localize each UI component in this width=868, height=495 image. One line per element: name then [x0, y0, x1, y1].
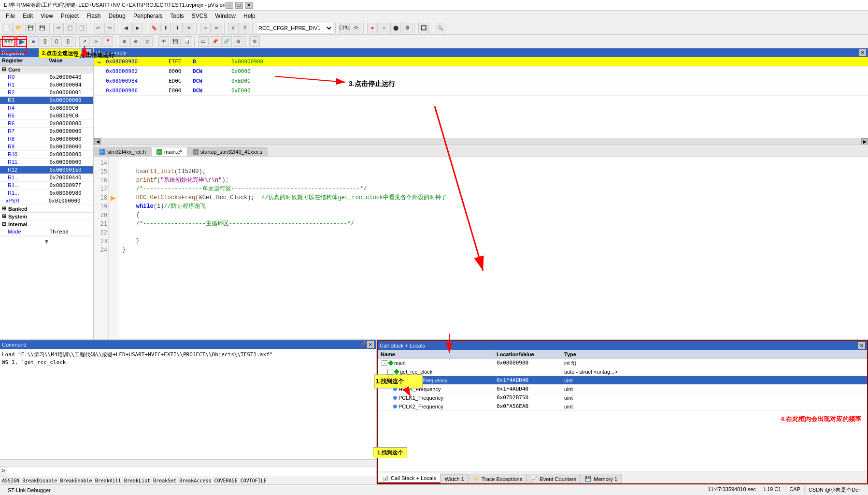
reg-name-r12: R12	[8, 167, 50, 173]
settings-button[interactable]: ⚙	[249, 36, 260, 47]
table-row: R8 0x00000000	[0, 135, 93, 143]
main-c-label: main.c*	[164, 149, 182, 155]
paste-button[interactable]: 📋	[76, 23, 87, 33]
toggle-breakpoint-button[interactable]: ◎	[142, 36, 153, 47]
clear-breakpoints-button[interactable]: ⊗	[130, 36, 141, 47]
undo-button[interactable]: ↩	[93, 23, 103, 33]
redo-button[interactable]: ↪	[104, 23, 115, 33]
minimize-button[interactable]: ─	[226, 2, 233, 9]
menu-window[interactable]: Window	[211, 12, 240, 20]
forward-button[interactable]: ▶	[132, 23, 143, 33]
perf-button[interactable]: 📊	[182, 36, 192, 47]
menu-project[interactable]: Project	[57, 12, 83, 20]
step-over-button[interactable]: {}	[51, 36, 62, 47]
menu-file[interactable]: File	[2, 12, 19, 20]
run-button[interactable]: ▶	[16, 36, 27, 47]
cs-row-pclk2: PCLK2_Frequency 0x0FA56EA0 uint	[378, 402, 867, 411]
comment-button[interactable]: //	[228, 23, 239, 33]
new-file-button[interactable]: 📄	[2, 23, 13, 33]
menu-flash[interactable]: Flash	[83, 12, 104, 20]
registers-panel: Registers 2.点击全速运行 ✕ Register Value ⊟ Co…	[0, 48, 94, 362]
menu-edit[interactable]: Edit	[19, 12, 37, 20]
memory-button[interactable]: 💾	[170, 36, 181, 47]
layout-button[interactable]: 🗂	[198, 36, 209, 47]
debug-cursor-button[interactable]: ↗	[79, 36, 90, 47]
system-expand-icon[interactable]: ⊞	[2, 213, 6, 219]
internal-expand-icon[interactable]: ⊟	[2, 221, 6, 227]
tab-event-counters[interactable]: 📈 Event Counters	[526, 474, 581, 483]
unindent-button[interactable]: ⇤	[212, 23, 222, 33]
step-into-button[interactable]: {}	[40, 36, 50, 47]
disassembly-title: Disassembly	[96, 50, 126, 56]
window-button[interactable]: 🔲	[418, 23, 429, 33]
cpu-button[interactable]: CPU	[339, 23, 350, 33]
pins-button[interactable]: 📌	[210, 36, 220, 47]
indent-button[interactable]: ⇥	[200, 23, 211, 33]
save-all-button[interactable]: 💾	[37, 23, 47, 33]
banked-expand-icon[interactable]: ⊞	[2, 205, 6, 212]
view-button[interactable]: 👁	[158, 36, 169, 47]
tab-watch1[interactable]: Watch 1	[441, 474, 469, 483]
menu-view[interactable]: View	[37, 12, 57, 20]
uncomment-button[interactable]: //	[240, 23, 250, 33]
search-button[interactable]: 🔍	[435, 23, 445, 33]
command-pin-icon[interactable]: 📌	[361, 341, 366, 348]
startup-s-icon: s	[193, 149, 199, 155]
callstack-close-button[interactable]: ✕	[858, 342, 865, 349]
grid-button[interactable]: ⊞	[233, 36, 243, 47]
reg-close-button[interactable]: ✕	[85, 49, 91, 56]
cog-button[interactable]: ⚙	[402, 23, 413, 33]
callstack-col-headers: Name Location/Value Type	[378, 350, 867, 359]
bookmark-button[interactable]: 🔖	[149, 23, 159, 33]
rst-button[interactable]: RST	[2, 36, 15, 47]
core-expand-icon[interactable]: ⊟	[2, 66, 6, 73]
stop2-button[interactable]: ⬤	[390, 23, 401, 33]
breakpoint-button[interactable]: ⊕	[119, 36, 129, 47]
stop-debug-button[interactable]: ■	[28, 36, 39, 47]
back-button[interactable]: ◀	[121, 23, 131, 33]
tab-startup-s[interactable]: s startup_stm32f40_41xxx.s	[187, 147, 268, 156]
refresh-button[interactable]: ⟳	[351, 23, 361, 33]
record-button[interactable]: ●	[367, 23, 378, 33]
tab-trace-exceptions[interactable]: ⚡ Trace Exceptions	[469, 474, 527, 483]
callstack-title: Call Stack + Locals	[380, 343, 425, 349]
memory-tab-icon: 💾	[585, 476, 592, 482]
open-file-button[interactable]: 📂	[14, 23, 24, 33]
bookmark-clear-button[interactable]: ✕	[184, 23, 194, 33]
debug-run-to-button[interactable]: ⊳	[91, 36, 101, 47]
trace-tab-label: Trace Exceptions	[482, 476, 523, 482]
tab-rcc-h[interactable]: h stm32f4xx_rcc.h	[94, 147, 151, 156]
copy-button[interactable]: 📋	[65, 23, 75, 33]
tab-main-c[interactable]: c main.c*	[151, 147, 187, 156]
connect-button[interactable]: 🔗	[221, 36, 232, 47]
menu-help[interactable]: Help	[240, 12, 259, 20]
bookmark-next-button[interactable]: ⬇	[172, 23, 183, 33]
command-input[interactable]	[7, 466, 376, 477]
cs-expand-getrcc[interactable]: -	[387, 369, 393, 375]
command-header: Command 📌 ✕	[0, 340, 376, 349]
disassembly-close-button[interactable]: ✕	[859, 49, 866, 56]
command-close-button[interactable]: ✕	[367, 341, 374, 348]
menu-debug[interactable]: Debug	[105, 12, 129, 20]
code-content[interactable]: Usart1_Init(115200); printf("系统初始化完毕\r\n…	[118, 157, 868, 362]
title-bar-text: E:\学习\M4培训\工程代码\按键+LED+USART+NVIC+EXTI\P…	[4, 1, 226, 9]
cut-button[interactable]: ✂	[53, 23, 64, 33]
close-button[interactable]: ✕	[245, 2, 253, 9]
dasm-scroll-right[interactable]: ▶	[861, 138, 868, 145]
target-dropdown[interactable]: RCC_CFGR_HPRE_DIV1	[256, 23, 333, 33]
maximize-button[interactable]: □	[235, 2, 243, 9]
tab-memory1[interactable]: 💾 Memory 1	[581, 474, 622, 483]
tab-callstack[interactable]: 📊 Call Stack + Locals	[378, 473, 441, 483]
dasm-scroll-left[interactable]: ◀	[94, 138, 101, 145]
step-out-button[interactable]: {}	[63, 36, 73, 47]
cs-expand-main[interactable]: -	[382, 360, 387, 366]
save-button[interactable]: 💾	[25, 23, 36, 33]
menu-svcs[interactable]: SVCS	[188, 12, 212, 20]
menu-peripherals[interactable]: Peripherals	[129, 12, 167, 20]
bookmark-prev-button[interactable]: ⬆	[160, 23, 171, 33]
stop-record-button[interactable]: ○	[379, 23, 389, 33]
reg-val-r3: 0x00000008	[50, 97, 92, 103]
command-prompt: >	[0, 466, 7, 477]
debug-show-next-button[interactable]: 📍	[102, 36, 113, 47]
menu-tools[interactable]: Tools	[167, 12, 188, 20]
